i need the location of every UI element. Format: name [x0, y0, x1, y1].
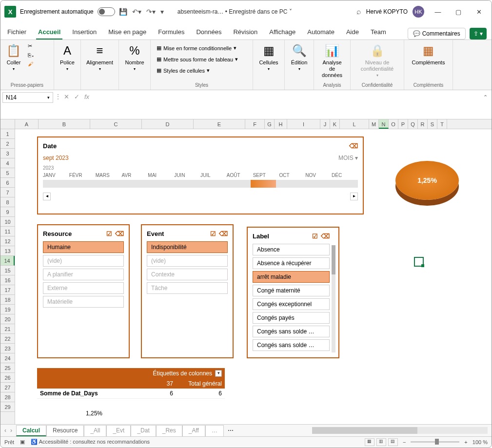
tab-formules[interactable]: Formules [156, 25, 186, 39]
tab-mise-en-page[interactable]: Mise en page [106, 25, 148, 39]
column-header[interactable]: A [15, 119, 39, 129]
column-header[interactable]: J [320, 119, 330, 129]
pie-chart[interactable]: 1,25% [386, 139, 469, 222]
sheet-tab[interactable]: Calcul [16, 425, 46, 436]
resource-slicer[interactable]: Resource ☑⌫ Humaine(vide)A planifierExte… [37, 224, 130, 358]
row-header[interactable]: 15 [0, 266, 15, 275]
row-header[interactable]: 25 [0, 363, 15, 373]
row-header[interactable]: 8 [0, 197, 15, 207]
column-header[interactable]: N [379, 119, 389, 129]
alignment-button[interactable]: ≡ Alignement▾ [85, 42, 115, 72]
column-header[interactable]: I [287, 119, 320, 129]
timeline-month[interactable]: FÉVR [69, 173, 96, 178]
share-button[interactable]: ⇪ ▾ [470, 28, 487, 39]
close-button[interactable]: ✕ [470, 5, 488, 19]
row-header[interactable]: 27 [0, 383, 15, 392]
row-header[interactable]: 14 [0, 256, 15, 266]
accessibility-status[interactable]: ♿ Accessibilité : consultez nos recomman… [31, 439, 150, 445]
timeline-month[interactable]: JANV [43, 173, 69, 178]
fx-icon[interactable]: fx [82, 93, 91, 100]
timeline-month[interactable]: OCT [279, 173, 305, 178]
multiselect-icon[interactable]: ☑ [210, 230, 216, 237]
timeline-month[interactable]: AOÛT [227, 173, 253, 178]
column-header[interactable]: T [437, 119, 447, 129]
multiselect-icon[interactable]: ☑ [106, 230, 112, 237]
tab-accueil[interactable]: Accueil [36, 25, 62, 39]
timeline-unit[interactable]: MOIS ▾ [338, 155, 358, 161]
timeline-month[interactable]: JUIN [174, 173, 200, 178]
timeline-month[interactable]: AVR [121, 173, 148, 178]
timeline-slicer[interactable]: Date ⌫ sept 2023 MOIS ▾ 2023 JANVFÉVRMAR… [37, 136, 364, 214]
column-header[interactable]: D [142, 119, 194, 129]
sheet-tab[interactable]: … [205, 425, 224, 436]
cancel-formula-icon[interactable]: ✕ [62, 93, 71, 100]
page-break-view-icon[interactable]: ▤ [388, 438, 398, 446]
label-slicer[interactable]: Label ☑⌫ AbsenceAbsence à récupérerarrêt… [247, 227, 339, 358]
row-header[interactable]: 13 [0, 246, 15, 256]
timeline-selection[interactable] [251, 180, 276, 188]
column-header[interactable]: Q [408, 119, 418, 129]
new-sheet-icon[interactable]: ⋯ [224, 427, 237, 434]
label-slicer-scrollbar[interactable] [332, 245, 335, 352]
row-header[interactable]: 12 [0, 236, 15, 246]
event-slicer[interactable]: Event ☑⌫ Indisponibilité(vide)ContexteTâ… [141, 224, 234, 358]
row-header[interactable]: 16 [0, 275, 15, 285]
minimize-button[interactable]: — [429, 5, 447, 19]
column-header[interactable]: K [330, 119, 340, 129]
worksheet-grid[interactable]: ABCDEFGHIJKLMNOPQRST 1234567891011121314… [0, 119, 492, 424]
timeline-month[interactable]: JUIL [200, 173, 227, 178]
conditional-formatting-button[interactable]: ▦ Mise en forme conditionnelle ▾ [155, 44, 249, 52]
timeline-bar[interactable] [43, 180, 358, 188]
row-header[interactable]: 5 [0, 168, 15, 178]
row-header[interactable]: 18 [0, 295, 15, 305]
slicer-item[interactable]: Congés payés [253, 312, 330, 324]
slicer-item[interactable]: Tâche [147, 282, 228, 294]
zoom-level[interactable]: 100 % [472, 439, 488, 445]
tab-insertion[interactable]: Insertion [70, 25, 98, 39]
slicer-item[interactable]: Externe [43, 282, 124, 294]
comments-button[interactable]: 💬 Commentaires [408, 28, 466, 39]
pivot-filter-dropdown-icon[interactable]: ▾ [215, 370, 222, 377]
slicer-item[interactable]: Contexte [147, 269, 228, 280]
paste-button[interactable]: 📋 Coller▾ [4, 42, 23, 72]
cut-icon[interactable]: ✂ [26, 42, 37, 50]
column-header[interactable]: B [39, 119, 90, 129]
timeline-month[interactable]: SEPT [253, 173, 279, 178]
row-header[interactable]: 11 [0, 227, 15, 236]
formula-input[interactable] [91, 90, 492, 115]
avatar[interactable]: HK [413, 6, 424, 18]
sheet-tab[interactable]: _Aff [182, 425, 205, 436]
font-button[interactable]: A Police▾ [58, 42, 77, 72]
sheet-tab[interactable]: _Res [156, 425, 182, 436]
slicer-item[interactable]: Congés exceptionnel [253, 298, 330, 310]
slicer-item[interactable]: Humaine [43, 241, 124, 253]
redo-icon[interactable]: ↷▾ [146, 8, 156, 16]
fill-handle[interactable] [421, 264, 424, 267]
cells-button[interactable]: ▦ Cellules▾ [257, 42, 280, 72]
row-header[interactable]: 17 [0, 285, 15, 295]
row-header[interactable]: 10 [0, 217, 15, 227]
sensitivity-button[interactable]: 🔒 Niveau de confidentialité▾ [354, 42, 400, 78]
pivot-table[interactable]: Étiquettes de colonnes ▾ 37 Total généra… [37, 368, 225, 418]
sheet-tab[interactable]: _All [84, 425, 106, 436]
tab-fichier[interactable]: Fichier [5, 25, 28, 39]
tab-affichage[interactable]: Affichage [267, 25, 297, 39]
tab-team[interactable]: Team [369, 25, 388, 39]
row-header[interactable]: 21 [0, 324, 15, 334]
column-header[interactable]: G [265, 119, 275, 129]
number-button[interactable]: % Nombre▾ [123, 42, 146, 72]
column-header[interactable]: S [428, 119, 437, 129]
row-header[interactable]: 20 [0, 314, 15, 324]
column-header[interactable]: E [194, 119, 245, 129]
row-header[interactable]: 23 [0, 344, 15, 353]
clear-filter-icon[interactable]: ⌫ [321, 233, 330, 240]
normal-view-icon[interactable]: ▦ [365, 438, 374, 446]
collapse-formula-bar-icon[interactable]: ⌃ [483, 94, 488, 100]
slicer-item[interactable]: Congé maternité [253, 285, 330, 296]
tab-données[interactable]: Données [194, 25, 223, 39]
sheet-nav-next-icon[interactable]: › [10, 427, 12, 434]
row-header[interactable]: 1 [0, 129, 15, 139]
row-header[interactable]: 22 [0, 334, 15, 344]
slicer-item[interactable]: A planifier [43, 269, 124, 280]
slicer-item[interactable]: Absence à récupérer [253, 257, 330, 269]
